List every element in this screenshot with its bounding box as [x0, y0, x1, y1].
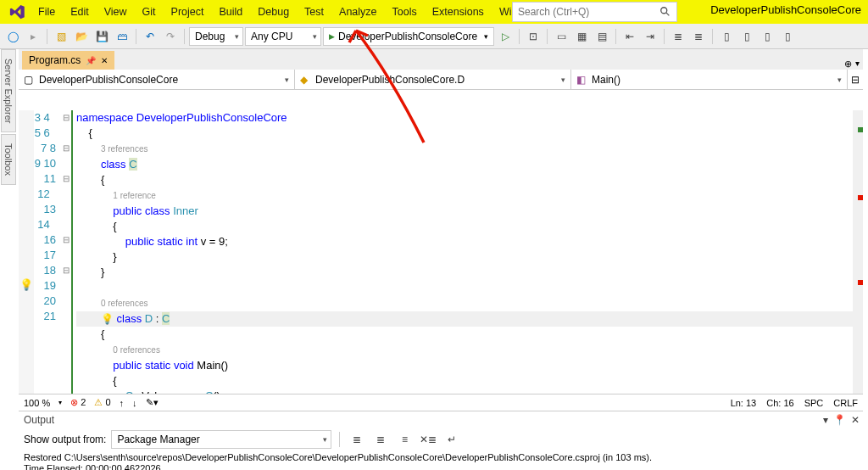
comment-icon[interactable]: ≣ [669, 27, 687, 46]
split-icon[interactable]: ⊟ [848, 70, 863, 89]
brush-icon[interactable]: ✎▾ [146, 397, 159, 408]
menu-tools[interactable]: Tools [385, 3, 425, 21]
start-label: DeveloperPublishConsoleCore [338, 31, 477, 42]
document-tabs: Program.cs 📌 ✕ ⊕ ▾ [19, 49, 863, 70]
pin-icon[interactable]: 📌 [86, 56, 96, 65]
undo-icon[interactable]: ↶ [141, 27, 159, 46]
scroll-map[interactable] [853, 110, 863, 394]
menu-build[interactable]: Build [211, 3, 250, 21]
save-all-icon[interactable]: 🗃 [113, 27, 131, 46]
bookmark-icon[interactable]: ▯ [717, 27, 736, 46]
nav-class[interactable]: ◆DeveloperPublishConsoleCore.D [295, 70, 571, 89]
menu-test[interactable]: Test [297, 3, 331, 21]
search-icon [659, 6, 671, 18]
suggestion-icon[interactable]: 💡 [19, 278, 34, 291]
tab-overflow-icon[interactable]: ⊕ [844, 59, 852, 70]
tb-icon-1[interactable]: ▭ [552, 27, 570, 46]
tab-menu-icon[interactable]: ▾ [855, 59, 860, 70]
breakpoint-margin[interactable]: 💡 [19, 110, 34, 394]
vs-logo-icon [8, 3, 25, 20]
line-ending[interactable]: CRLF [833, 398, 858, 408]
svg-line-1 [666, 13, 670, 16]
file-tab-program[interactable]: Program.cs 📌 ✕ [22, 51, 114, 70]
svg-point-0 [661, 8, 667, 14]
nav-fwd-button[interactable]: ▸ [24, 27, 42, 46]
output-close-icon[interactable]: ✕ [851, 414, 860, 426]
start-no-debug-icon[interactable]: ▷ [496, 27, 515, 46]
method-icon: ◧ [576, 74, 588, 86]
editor-status: 100 %▾ ⊗ 2 ⚠ 0 ↑ ↓ ✎▾ Ln: 13 Ch: 16 SPC … [19, 394, 863, 411]
menu-analyze[interactable]: Analyze [331, 3, 384, 21]
indent-out-icon[interactable]: ⇤ [620, 27, 639, 46]
close-tab-icon[interactable]: ✕ [101, 56, 108, 65]
nav-up-icon[interactable]: ↑ [120, 398, 125, 408]
output-menu-icon[interactable]: ▾ [823, 414, 828, 426]
save-icon[interactable]: 💾 [92, 27, 111, 46]
search-box[interactable] [512, 2, 677, 22]
nav-down-icon[interactable]: ↓ [132, 398, 137, 408]
output-source-combo[interactable]: Package Manager [111, 430, 331, 449]
line-numbers: 3 4 5 6 7 8 9 10 11 12 13 14 16 17 18 19… [34, 110, 61, 394]
start-button[interactable]: ▶DeveloperPublishConsoleCore▾ [323, 27, 494, 46]
menu-view[interactable]: View [97, 3, 135, 21]
tb-icon-3[interactable]: ▤ [593, 27, 611, 46]
nav-project[interactable]: ▢DeveloperPublishConsoleCore [19, 70, 295, 89]
toolbox-tab[interactable]: Toolbox [1, 134, 16, 185]
warning-count[interactable]: ⚠ 0 [94, 397, 110, 408]
fold-margin[interactable]: ⊟ ⊟ ⊟ ⊟ ⊟ [61, 110, 73, 394]
menu-project[interactable]: Project [164, 3, 212, 21]
csharp-proj-icon: ▢ [24, 74, 36, 86]
menu-debug[interactable]: Debug [250, 3, 297, 21]
output-pin-icon[interactable]: 📍 [833, 414, 846, 426]
search-input[interactable] [518, 6, 659, 18]
bookmark2-icon[interactable]: ▯ [737, 27, 756, 46]
platform-combo[interactable]: Any CPU [245, 27, 321, 46]
menu-edit[interactable]: Edit [63, 3, 97, 21]
bookmark3-icon[interactable]: ▯ [758, 27, 776, 46]
indent-mode[interactable]: SPC [804, 398, 824, 408]
code-area[interactable]: namespace DeveloperPublishConsoleCore { … [73, 110, 863, 394]
config-combo[interactable]: Debug [189, 27, 243, 46]
output-title: Output [24, 414, 54, 426]
output-tb-1[interactable]: ≣ [348, 430, 366, 449]
wrap-output-icon[interactable]: ↵ [442, 430, 461, 449]
output-tb-2[interactable]: ≣ [371, 430, 390, 449]
zoom-combo[interactable]: 100 % [24, 398, 50, 408]
toolbar: ◯ ▸ ▧ 📂 💾 🗃 ↶ ↷ Debug Any CPU ▶Developer… [0, 24, 868, 49]
nav-member[interactable]: ◧Main() [571, 70, 848, 89]
clear-output-icon[interactable]: ✕≣ [419, 430, 437, 449]
menu-file[interactable]: File [31, 3, 63, 21]
class-icon: ◆ [300, 74, 312, 86]
uncomment-icon[interactable]: ≣ [689, 27, 708, 46]
server-explorer-tab[interactable]: Server Explorer [1, 49, 16, 132]
solution-name: DeveloperPublishConsoleCore [710, 3, 861, 16]
tb-icon-2[interactable]: ▦ [572, 27, 591, 46]
col-indicator[interactable]: Ch: 16 [766, 398, 793, 408]
menu-extensions[interactable]: Extensions [425, 3, 492, 21]
menu-bar: File Edit View Git Project Build Debug T… [0, 0, 868, 24]
browser-icon[interactable]: ⊡ [524, 27, 542, 46]
line-indicator[interactable]: Ln: 13 [731, 398, 757, 408]
output-header[interactable]: Output ▾ 📍 ✕ [19, 411, 863, 428]
error-count[interactable]: ⊗ 2 [70, 397, 86, 408]
new-project-icon[interactable]: ▧ [52, 27, 70, 46]
nav-bar: ▢DeveloperPublishConsoleCore ◆DeveloperP… [19, 70, 863, 90]
menu-git[interactable]: Git [135, 3, 164, 21]
side-tabs: Server Explorer Toolbox [0, 49, 17, 389]
nav-back-button[interactable]: ◯ [3, 27, 22, 46]
indent-in-icon[interactable]: ⇥ [641, 27, 659, 46]
output-from-label: Show output from: [24, 434, 106, 445]
output-text[interactable]: Restored C:\Users\senth\source\repos\Dev… [19, 450, 863, 470]
output-tb-3[interactable]: ≡ [395, 430, 414, 449]
redo-icon[interactable]: ↷ [161, 27, 180, 46]
bookmark4-icon[interactable]: ▯ [778, 27, 797, 46]
output-panel: Output ▾ 📍 ✕ Show output from: Package M… [19, 411, 863, 470]
file-tab-label: Program.cs [29, 54, 81, 66]
code-editor[interactable]: 💡 3 4 5 6 7 8 9 10 11 12 13 14 16 17 18 … [19, 110, 863, 394]
open-icon[interactable]: 📂 [72, 27, 91, 46]
